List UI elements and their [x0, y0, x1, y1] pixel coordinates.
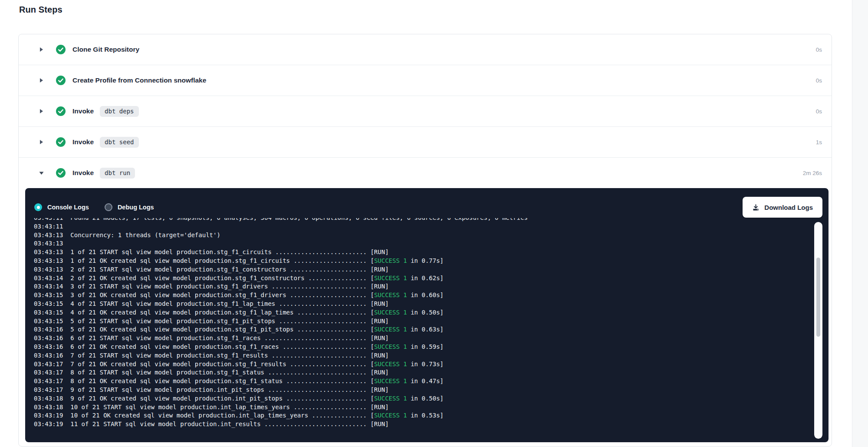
check-circle-icon [56, 168, 66, 178]
step-label: Invoke [72, 107, 94, 115]
radio-unselected-icon[interactable] [105, 203, 112, 211]
radio-label[interactable]: Console Logs [47, 204, 89, 211]
log-scrollbar-track[interactable] [814, 222, 822, 439]
step-label: Create Profile from Connection snowflake [72, 76, 206, 84]
caret-right-icon[interactable] [38, 109, 44, 114]
log-scroll-area[interactable]: 03:43:11 Found 21 models, 17 tests, 0 sn… [25, 218, 829, 442]
caret-down-icon[interactable] [38, 170, 44, 175]
check-circle-icon [56, 137, 66, 147]
caret-right-icon[interactable] [38, 139, 44, 145]
step-duration: 0s [816, 46, 822, 53]
step-command-chip: dbt deps [100, 106, 138, 117]
step-row[interactable]: Invoke dbt deps 0s [19, 96, 832, 126]
step-create-profile: Create Profile from Connection snowflake… [19, 65, 832, 96]
step-row[interactable]: Invoke dbt seed 1s [19, 127, 832, 157]
check-circle-icon [56, 76, 66, 85]
step-invoke-dbt-seed: Invoke dbt seed 1s [19, 126, 832, 157]
console-logs-radio[interactable]: Console Logs [34, 203, 89, 211]
check-circle-icon [56, 106, 66, 116]
console-log-panel: Console Logs Debug Logs Download Logs [25, 188, 829, 442]
step-label: Clone Git Repository [72, 46, 139, 53]
step-invoke-dbt-run: Invoke dbt run 2m 26s Console Logs Debug… [19, 157, 832, 442]
step-invoke-dbt-deps: Invoke dbt deps 0s [19, 96, 832, 126]
page-background-strip [852, 0, 868, 447]
step-row[interactable]: Invoke dbt run 2m 26s [19, 158, 832, 188]
step-duration: 2m 26s [803, 170, 822, 176]
log-lines: 03:43:11 Found 21 models, 17 tests, 0 sn… [34, 218, 829, 429]
download-logs-label: Download Logs [764, 204, 813, 211]
radio-label[interactable]: Debug Logs [118, 204, 154, 211]
run-steps-card: Clone Git Repository 0s Create Profile f… [18, 34, 832, 447]
caret-right-icon[interactable] [38, 47, 44, 52]
step-duration: 1s [816, 139, 822, 146]
page-title: Run Steps [19, 5, 62, 15]
download-icon [752, 204, 760, 211]
step-duration: 0s [816, 108, 822, 115]
step-label: Invoke [72, 138, 94, 146]
check-circle-icon [56, 45, 66, 54]
step-duration: 0s [816, 77, 822, 84]
radio-selected-icon[interactable] [34, 203, 42, 211]
step-command-chip: dbt run [100, 168, 135, 179]
download-logs-button[interactable]: Download Logs [743, 197, 822, 218]
caret-right-icon[interactable] [38, 78, 44, 83]
step-row[interactable]: Create Profile from Connection snowflake… [19, 65, 832, 96]
step-clone-git-repository: Clone Git Repository 0s [19, 34, 832, 65]
log-type-radio-group: Console Logs Debug Logs [34, 197, 154, 218]
debug-logs-radio[interactable]: Debug Logs [105, 203, 154, 211]
step-row[interactable]: Clone Git Repository 0s [19, 34, 832, 65]
step-label: Invoke [72, 169, 94, 177]
step-command-chip: dbt seed [100, 137, 138, 148]
log-scrollbar-thumb[interactable] [816, 258, 820, 337]
